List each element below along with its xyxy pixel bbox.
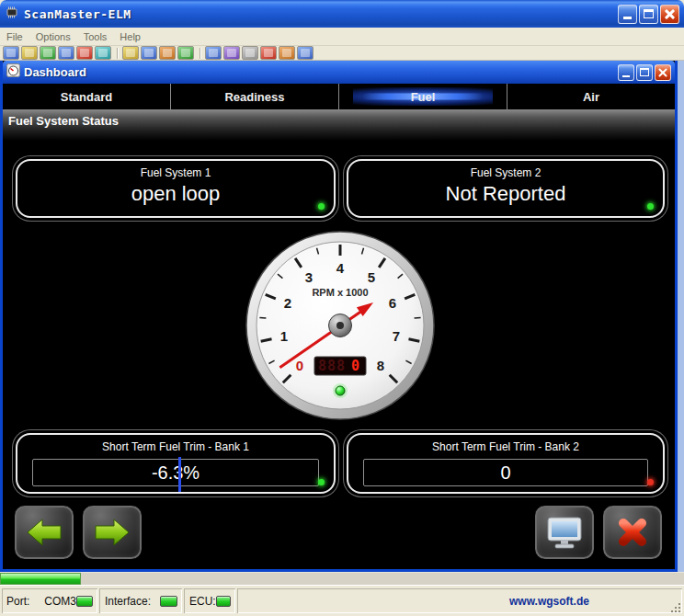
interface-label: Interface:	[105, 595, 151, 608]
interface-status-cell: Interface:	[99, 588, 182, 613]
dashboard-body: Fuel System 1 open loop Fuel System 2 No…	[3, 141, 675, 569]
fuel-system-1-panel: Fuel System 1 open loop	[16, 159, 336, 218]
toolbar-icon[interactable]	[279, 46, 295, 60]
gauge-tick-label: 6	[389, 295, 396, 311]
section-title: Fuel System Status	[8, 114, 119, 128]
port-label: Port:	[6, 595, 29, 608]
exit-button[interactable]	[602, 505, 663, 560]
panel-value: open loop	[17, 182, 334, 206]
info-status-cell: www.wgsoft.de	[237, 588, 682, 613]
panel-title: Fuel System 2	[348, 166, 663, 179]
status-led	[647, 479, 654, 485]
tab-label: Readiness	[224, 90, 284, 104]
scanmaster-app: ScanMaster-ELM File Options Tools Help	[0, 0, 684, 616]
toolbar-icon[interactable]	[95, 46, 111, 60]
section-header: Fuel System Status	[3, 109, 675, 141]
toolbar-icon[interactable]	[40, 46, 56, 60]
panel-title: Short Term Fuel Trim - Bank 2	[348, 440, 663, 453]
gauge-unit-label: RPM x 1000	[312, 287, 368, 298]
dashboard-minimize-button[interactable]	[618, 64, 634, 81]
ecu-status-cell: ECU:	[184, 588, 235, 613]
stft-bank2-panel: Short Term Fuel Trim - Bank 2 0	[347, 433, 665, 494]
tab-label: Fuel	[411, 90, 436, 104]
toolbar-separator	[117, 48, 119, 59]
gauge-tick-label: 2	[284, 295, 291, 311]
stft-bank1-value-box[interactable]: -6.3%	[32, 459, 319, 486]
gauge-tick-label: 7	[393, 328, 400, 344]
close-button[interactable]	[660, 5, 679, 24]
green-right-arrow-icon	[92, 517, 132, 548]
gauge-tick-label: 0	[296, 358, 303, 373]
app-chip-icon	[5, 5, 19, 23]
tab-fuel[interactable]: Fuel	[339, 84, 507, 109]
ecu-led	[216, 596, 231, 607]
progress-bar	[0, 573, 81, 585]
status-led	[647, 203, 654, 210]
bottom-strip	[0, 572, 684, 585]
fuel-system-2-panel: Fuel System 2 Not Reported	[347, 159, 665, 218]
gauge-tick-label: 3	[305, 269, 313, 285]
toolbar-icon[interactable]	[21, 46, 38, 60]
maximize-button[interactable]	[639, 5, 658, 24]
gauge-tick-label: 5	[368, 269, 375, 285]
menu-help[interactable]: Help	[113, 31, 147, 42]
forward-button[interactable]	[82, 505, 142, 560]
tab-label: Standard	[61, 90, 112, 104]
tab-air[interactable]: Air	[507, 84, 675, 109]
toolbar-icon[interactable]	[297, 46, 314, 60]
ecu-label: ECU:	[189, 595, 216, 608]
digital-value: 0	[351, 358, 360, 374]
tab-label: Air	[583, 90, 599, 104]
panel-value: Not Reported	[348, 182, 663, 206]
back-button[interactable]	[14, 505, 74, 560]
stft-bank1-panel: Short Term Fuel Trim - Bank 1 -6.3%	[16, 433, 336, 494]
toolbar	[0, 46, 684, 61]
menubar: File Options Tools Help	[0, 28, 684, 46]
digital-ghost-digits: 888	[318, 358, 346, 374]
menu-tools[interactable]: Tools	[77, 31, 114, 42]
status-bar: Port: COM3 Interface: ECU: www.wgsoft.de	[0, 585, 684, 616]
toolbar-icon[interactable]	[205, 46, 222, 60]
gauge-tick-label: 8	[377, 358, 384, 373]
toolbar-icon[interactable]	[223, 46, 240, 60]
dashboard-title: Dashboard	[24, 65, 616, 79]
monitor-button[interactable]	[534, 505, 595, 560]
toolbar-icon[interactable]	[260, 46, 277, 60]
toolbar-icon[interactable]	[122, 46, 139, 60]
toolbar-icon[interactable]	[242, 46, 258, 60]
status-led	[318, 479, 325, 485]
text-caret	[178, 457, 181, 492]
toolbar-icon[interactable]	[159, 46, 176, 60]
dashboard-window: Dashboard Standard Readiness Fuel Air	[0, 61, 678, 572]
tab-readiness[interactable]: Readiness	[171, 84, 339, 109]
menu-options[interactable]: Options	[29, 31, 77, 42]
gauge-led	[336, 386, 345, 395]
gauge-tick-label: 1	[280, 328, 288, 344]
toolbar-icon[interactable]	[177, 46, 194, 60]
rpm-gauge: 0 1 2 3 4 5 6 7 8 RPM x 1000 888 0	[244, 229, 437, 422]
minimize-button[interactable]	[618, 5, 637, 24]
monitor-icon	[544, 515, 585, 550]
needle-hub-center	[336, 322, 344, 329]
toolbar-icon[interactable]	[58, 46, 74, 60]
toolbar-icon[interactable]	[76, 46, 93, 60]
panel-title: Fuel System 1	[17, 166, 334, 179]
dashboard-close-button[interactable]	[655, 64, 671, 81]
toolbar-icon[interactable]	[141, 46, 157, 60]
menu-file[interactable]: File	[0, 31, 29, 42]
main-titlebar[interactable]: ScanMaster-ELM	[0, 0, 684, 28]
stft-bank2-value: 0	[500, 462, 510, 484]
tab-standard[interactable]: Standard	[3, 84, 171, 109]
dashboard-titlebar[interactable]: Dashboard	[3, 61, 675, 84]
website-link[interactable]: www.wgsoft.de	[509, 595, 589, 608]
interface-led	[160, 596, 177, 607]
toolbar-separator	[200, 48, 201, 59]
stft-bank2-value-box[interactable]: 0	[363, 459, 648, 486]
port-value: COM3	[44, 595, 76, 608]
dashboard-maximize-button[interactable]	[636, 64, 653, 81]
window-title: ScanMaster-ELM	[24, 7, 616, 21]
toolbar-icon[interactable]	[3, 46, 19, 60]
dashboard-icon	[6, 63, 20, 81]
resize-grip[interactable]	[678, 610, 680, 612]
status-led	[318, 203, 325, 210]
